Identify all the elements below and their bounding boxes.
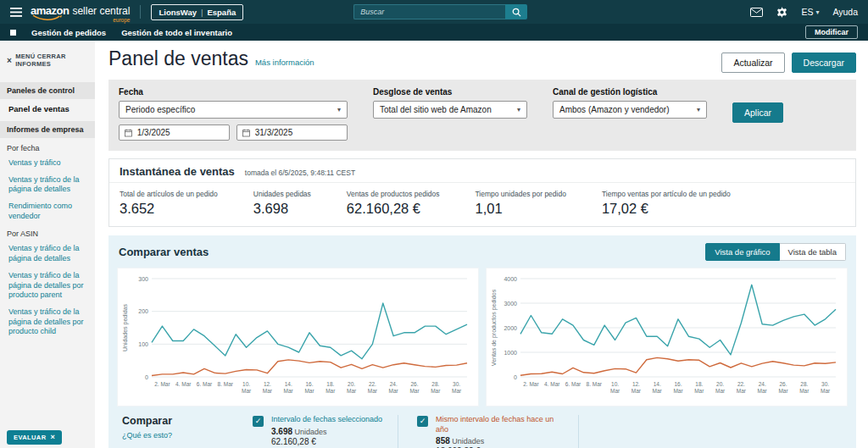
comparison-checkbox[interactable]: ✓ [253,416,264,427]
sidebar-item-ventas-y-tr-fico-de-la-p-gina-de-detalles[interactable]: Ventas y tráfico de la página de detalle… [0,171,95,197]
filter-panel: Fecha Periodo específico Des [108,80,856,151]
messages-envelope-icon[interactable] [750,8,763,17]
snapshot-title: Instantánea de ventas [120,165,235,178]
legend-item-info: Mismo intervalo de fechas hace un año858… [436,415,563,448]
svg-text:2. Mar: 2. Mar [154,381,170,387]
sidebar-item-por-asin: Por ASIN [0,224,95,240]
svg-text:20.: 20. [716,381,724,387]
svg-text:Mar: Mar [653,388,663,394]
search-button[interactable] [505,4,527,19]
svg-text:Mar: Mar [304,388,314,394]
sidebar-item-ventas-y-tr-fico-de-la-p-gina-de-detalles-por-producto-child[interactable]: Ventas y tráfico de la página de detalle… [0,303,95,340]
svg-text:18.: 18. [695,381,703,387]
svg-text:0: 0 [145,374,148,380]
svg-text:100: 100 [138,341,148,347]
more-info-link[interactable]: Más información [255,58,314,67]
nav-gestion-de-todo-el-inventario[interactable]: Gestión de todo el inventario [121,28,232,37]
kpi-label: Ventas de productos pedidos [347,190,440,198]
kpi-label: Tiempo ventas por artículo de un pedido [602,190,731,198]
sidebar-item-rendimiento-como-vendedor[interactable]: Rendimiento como vendedor [0,197,95,224]
hamburger-menu-icon[interactable] [10,8,22,17]
date-to-input[interactable] [255,128,342,137]
chevron-down-icon: ▾ [815,8,819,16]
kpi-label: Total de artículos de un pedido [120,190,218,198]
what-is-this-link[interactable]: ¿Qué es esto? [122,431,249,440]
units-ordered-line-chart: 01002003002. Mar4. Mar6. Mar8. Mar10.Mar… [120,270,476,404]
svg-text:Mar: Mar [368,388,378,394]
date-from-input[interactable] [137,128,224,137]
modify-button[interactable]: Modificar [805,25,858,39]
kpi-unidades-pedidas: Unidades pedidas3.698 [253,190,311,217]
charts-row: 01002003002. Mar4. Mar6. Mar8. Mar10.Mar… [108,268,856,407]
nav-gestion-de-pedidos[interactable]: Gestión de pedidos [31,28,106,37]
refresh-button[interactable]: Actualizar [721,53,784,73]
amazon-seller-central-logo[interactable]: amazon seller central europe [31,4,130,20]
comparison-checkbox[interactable]: ✓ [417,416,428,427]
legend-title: Comparar [122,415,249,427]
breakdown-select[interactable]: Total del sitio web de Amazon [373,101,527,119]
units-word: Unidades [292,428,327,436]
kpi-value: 17,02 € [602,201,731,217]
svg-text:Mar: Mar [632,388,642,394]
svg-text:Mar: Mar [389,388,399,394]
evaluate-feedback-button[interactable]: EVALUAR × [7,430,62,445]
filter-breakdown: Desglose de ventas Total del sitio web d… [373,87,527,141]
sidebar-item-ventas-y-tr-fico[interactable]: Ventas y tráfico [0,154,95,171]
apply-button[interactable]: Aplicar [732,102,783,123]
sidebar-item-paneles-de-control: Paneles de control [0,82,95,99]
close-reports-menu-button[interactable]: × MENÚ CERRAR INFORMES [0,41,95,78]
secondary-navigation: Gestión de pedidos Gestión de todo el in… [0,24,868,41]
svg-text:Mar: Mar [694,388,704,394]
filter-channel: Canal de gestión logística Ambos (Amazon… [553,87,707,141]
kpi-value: 3.698 [253,201,311,217]
account-market-switcher[interactable]: LionsWay | España [151,4,243,20]
kpi-value: 1,01 [475,201,565,217]
channel-filter-label: Canal de gestión logística [553,87,707,97]
svg-text:18.: 18. [326,381,334,387]
date-period-select[interactable]: Periodo específico [119,101,348,119]
search-input[interactable] [353,4,505,19]
svg-text:30.: 30. [821,381,829,387]
svg-text:14.: 14. [654,381,661,387]
sidebar-item-ventas-y-tr-fico-de-la-p-gina-de-detalles-por-producto-parent[interactable]: Ventas y tráfico de la página de detalle… [0,267,95,303]
settings-gear-icon[interactable] [776,7,787,18]
header-buttons: Actualizar Descargar [721,47,856,73]
svg-text:Mar: Mar [737,388,747,394]
svg-text:Mar: Mar [799,388,810,394]
svg-text:Mar: Mar [284,388,294,394]
svg-text:Mar: Mar [242,388,252,394]
svg-text:Mar: Mar [431,388,441,394]
date-range-row [119,124,348,141]
sidebar-item-informes-de-empresa: Informes de empresa [0,121,95,138]
date-to-field[interactable] [236,124,348,141]
calendar-icon [125,129,132,137]
legend-item-info: Intervalo de fechas seleccionado3.698 Un… [271,415,382,448]
sidebar-item-panel-de-ventas[interactable]: Panel de ventas [0,99,95,117]
svg-text:6. Mar: 6. Mar [197,381,213,387]
amazon-smile-icon [32,14,63,20]
marketplace-name: España [207,8,236,17]
svg-text:Ventas de productos pedidos: Ventas de productos pedidos [491,289,498,366]
account-separator: | [201,8,203,17]
main-content: Panel de ventas Más información Actualiz… [95,41,868,448]
legend-item-units: 858 Unidades [436,436,563,445]
svg-text:22.: 22. [737,381,745,387]
table-view-button[interactable]: Vista de tabla [780,243,846,261]
language-selector[interactable]: ES ▾ [801,7,819,17]
svg-text:0: 0 [514,374,517,380]
svg-text:Mar: Mar [610,388,620,394]
svg-text:Mar: Mar [326,388,336,394]
help-link[interactable]: Ayuda [832,7,858,17]
chart-view-button[interactable]: Vista de gráfico [705,243,779,261]
filter-apply-wrap: Aplicar [732,87,783,141]
apps-square-icon[interactable] [10,30,16,36]
svg-text:28.: 28. [800,381,808,387]
channel-select[interactable]: Ambos (Amazon y vendedor) [553,101,707,119]
sidebar-item-ventas-y-tr-fico-de-la-p-gina-de-detalles[interactable]: Ventas y tráfico de la página de detalle… [0,240,95,266]
download-button[interactable]: Descargar [792,53,856,73]
legend-item-label: Intervalo de fechas seleccionado [271,415,382,425]
svg-text:Unidades pedidas: Unidades pedidas [122,303,129,351]
svg-text:6. Mar: 6. Mar [565,381,581,387]
date-from-field[interactable] [119,124,230,141]
kpi-value: 62.160,28 € [347,201,440,217]
